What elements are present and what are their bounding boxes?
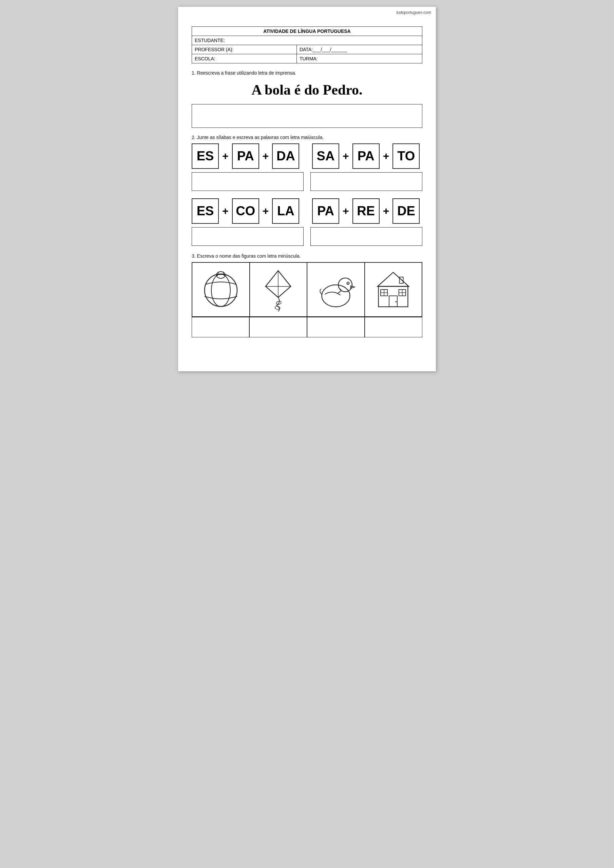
figure-ball (192, 262, 250, 317)
answer-row-1 (192, 172, 422, 191)
svg-point-14 (347, 283, 348, 284)
website-label: tudoportugues·com (396, 10, 431, 15)
date-row: DATA:___/___/______ (297, 45, 422, 54)
syl-sa-1: SA (312, 143, 339, 169)
syl-de-1: DE (392, 198, 420, 224)
plus-2: + (261, 150, 270, 163)
plus-5: + (221, 205, 230, 217)
syllable-group-4: PA + RE + DE (312, 198, 422, 224)
answer-box-espada[interactable] (192, 172, 304, 191)
plus-1: + (221, 150, 230, 163)
school-row: ESCOLA: (192, 54, 297, 64)
plus-8: + (382, 205, 391, 217)
svg-point-11 (322, 285, 350, 307)
syl-es-2: ES (192, 198, 219, 224)
syl-da-1: DA (272, 143, 299, 169)
write-kite[interactable] (249, 317, 307, 337)
plus-7: + (341, 205, 350, 217)
syl-co-1: CO (232, 198, 259, 224)
figure-kite (250, 262, 307, 317)
svg-point-1 (211, 274, 230, 307)
write-ball[interactable] (192, 317, 249, 337)
answer-box-escola[interactable] (192, 227, 304, 246)
answer-box-parede[interactable] (310, 227, 422, 246)
svg-point-12 (338, 278, 352, 292)
svg-point-0 (205, 274, 237, 307)
plus-6: + (261, 205, 270, 217)
syllable-row-1: ES + PA + DA SA + PA + TO (192, 143, 422, 169)
q3-label: 3. Escreva o nome das figuras com letra … (192, 253, 422, 259)
svg-marker-15 (378, 272, 409, 287)
syllable-section: ES + PA + DA SA + PA + TO ES + (192, 143, 422, 246)
syl-re-1: RE (353, 198, 379, 224)
figures-write-grid (192, 317, 422, 337)
activity-title: ATIVIDADE DE LÍNGUA PORTUGUESA (192, 27, 422, 36)
plus-3: + (341, 150, 350, 163)
syl-to-1: TO (392, 143, 420, 169)
syllable-group-3: ES + CO + LA (192, 198, 302, 224)
write-house[interactable] (365, 317, 422, 337)
svg-point-25 (396, 301, 397, 302)
syl-es-1: ES (192, 143, 219, 169)
house-icon (373, 268, 413, 312)
svg-point-10 (275, 306, 280, 310)
syl-pa-2: PA (353, 143, 379, 169)
student-row: ESTUDANTE: (192, 36, 422, 45)
class-row: TURMA: (297, 54, 422, 64)
q1-label: 1. Reescreva a frase utilizando letra de… (192, 70, 422, 76)
figure-duck (307, 262, 365, 317)
kite-icon (258, 268, 298, 312)
syllable-row-2: ES + CO + LA PA + RE + DE (192, 198, 422, 224)
ball-icon (201, 268, 241, 312)
q2-label: 2. Junte as sílabas e escreva as palavra… (192, 135, 422, 140)
figures-grid (192, 262, 422, 317)
duck-icon (316, 268, 356, 312)
plus-4: + (382, 150, 391, 163)
q1-phrase: A bola é do Pedro. (192, 82, 422, 98)
page: tudoportugues·com ATIVIDADE DE LÍNGUA PO… (178, 7, 436, 371)
figure-house (365, 262, 422, 317)
answer-box-sapato[interactable] (310, 172, 422, 191)
syl-pa-1: PA (232, 143, 259, 169)
syllable-group-2: SA + PA + TO (312, 143, 422, 169)
answer-row-2 (192, 227, 422, 246)
syllable-group-1: ES + PA + DA (192, 143, 302, 169)
syl-pa-3: PA (312, 198, 339, 224)
q1-write-box[interactable] (192, 104, 422, 128)
professor-row: PROFESSOR (A): (192, 45, 297, 54)
write-duck[interactable] (307, 317, 365, 337)
header-table: ATIVIDADE DE LÍNGUA PORTUGUESA ESTUDANTE… (192, 26, 422, 64)
syl-la-1: LA (272, 198, 299, 224)
figures-section (192, 262, 422, 337)
